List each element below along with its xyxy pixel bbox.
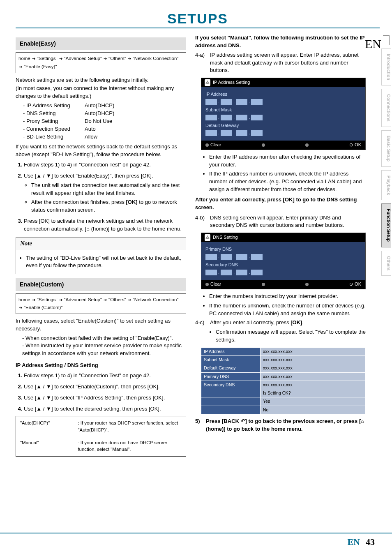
crumb-item: "Advanced Setup": [64, 56, 102, 61]
crumb-item: "Enable (Easy)": [24, 64, 57, 69]
row-empty: [201, 406, 261, 414]
tab-basic-setup[interactable]: Basic Setup: [381, 130, 391, 167]
right-column: If you select "Manual", follow the follo…: [195, 34, 380, 460]
ip-bullet-1: Enter the IP address number after checki…: [209, 153, 366, 169]
step-2-bullet: The unit will start the connection test …: [31, 182, 186, 197]
row-gw: Default Gateway: [201, 364, 261, 372]
enable-easy-breadcrumb: home "Settings" "Advanced Setup" "Others…: [16, 52, 186, 73]
clear-label: Clear: [210, 281, 221, 288]
page-footer: EN 43: [0, 533, 392, 547]
tab-function-setup[interactable]: Function Setup: [381, 203, 391, 247]
arrow-icon: [127, 55, 131, 62]
clear-label: Clear: [210, 142, 221, 148]
tab-playback[interactable]: Playback: [381, 170, 391, 201]
crumb-item: "Advanced Setup": [64, 297, 102, 302]
step-4b-num: 4-b): [195, 214, 208, 230]
crumb-item: "Network Connection": [133, 297, 179, 302]
step-4c-text: After you enter all correctly, press [OK…: [210, 319, 304, 327]
row-yes: Yes: [261, 397, 366, 406]
case-2: When instructed by your Internet service…: [22, 342, 186, 358]
note-heading: Note: [16, 238, 186, 250]
after-ip-text: After you enter all correctly, press [OK…: [195, 196, 366, 212]
row-pdns: Primary DNS: [201, 372, 261, 381]
default-gateway-label: Default Gateway: [205, 122, 361, 129]
ip-bullets: Enter the IP address number after checki…: [209, 153, 366, 194]
reset-intro: If you want to set the network settings …: [16, 143, 186, 159]
defaults-list: - IP Address SettingAuto(DHCP) - DNS Set…: [16, 102, 186, 141]
custom-cases: When connection test failed with the set…: [22, 335, 186, 358]
arrow-icon: [59, 55, 63, 62]
panel-title: IP Address Setting: [213, 79, 250, 86]
cstep-1: Follow steps 1) to 4) in "Connection Tes…: [24, 372, 186, 380]
custom-intro: In following cases, select "Enable(Custo…: [16, 317, 186, 333]
crumb-item: "Settings": [37, 55, 58, 62]
arrow-icon: [103, 55, 107, 62]
cstep-4: Use [▲ / ▼] to select the desired settin…: [24, 405, 186, 413]
confirm-table: IP Addressxxx.xxx.xxx.xxx Subnet Maskxxx…: [201, 347, 366, 414]
crumb-item: "Others": [108, 296, 126, 303]
dot-icon: [205, 143, 209, 147]
ip-address-label: IP Address: [205, 91, 361, 98]
note-text: The setting of "BD-Live Setting" will no…: [26, 254, 182, 270]
opt-manual-label: "Manual": [17, 437, 74, 455]
side-tabs: Introduction Connections Basic Setup Pla…: [380, 35, 392, 554]
opt-auto-desc: : If your router has DHCP server functio…: [74, 417, 185, 436]
page-title: SETUPS: [16, 11, 380, 27]
arrow-icon: [18, 63, 23, 70]
dot-icon: [262, 283, 265, 286]
tab-others[interactable]: Others: [381, 251, 391, 276]
opt-auto-label: "Auto(DHCP)": [17, 417, 74, 436]
custom-steps: Follow steps 1) to 4) in "Connection Tes…: [16, 372, 186, 413]
row-ip-val: xxx.xxx.xxx.xxx: [261, 348, 366, 356]
step-4a-num: 4-a): [195, 51, 208, 75]
row-mask-val: xxx.xxx.xxx.xxx: [261, 356, 366, 364]
manual-intro: If you select "Manual", follow the follo…: [195, 34, 366, 50]
row-sdns-val: xxx.xxx.xxx.xxx: [261, 381, 366, 389]
row-sdns: Secondary DNS: [201, 381, 261, 389]
step-1: Follow steps 1) to 4) in "Connection Tes…: [24, 161, 186, 169]
step-4b-text: DNS setting screen will appear. Enter pr…: [210, 214, 366, 230]
ip-dns-subhead: IP Address Setting / DNS Setting: [16, 362, 186, 369]
dot-icon: [205, 283, 209, 286]
dns-bullets: Enter the numbers instructed by your Int…: [209, 293, 366, 318]
opt-manual-desc: : If your router does not have DHCP serv…: [74, 437, 185, 455]
tab-introduction[interactable]: Introduction: [381, 48, 391, 85]
row-isok: Is Setting OK?: [261, 389, 366, 397]
arrow-icon: [32, 296, 36, 303]
ok-label: OK: [355, 142, 361, 148]
intro-text: (In most cases, you can connect to the I…: [16, 85, 186, 100]
arrow-icon: [103, 296, 107, 303]
arrow-icon: [32, 55, 36, 62]
enable-easy-heading: Enable(Easy): [16, 37, 186, 50]
footer-page: 43: [366, 537, 375, 547]
crumb-item: "Network Connection": [133, 56, 179, 61]
step-2: Use [▲ / ▼] to select "Enable(Easy)", th…: [24, 172, 186, 214]
step-4c-bullet: Confirmation message will appear. Select…: [216, 328, 366, 344]
dot-icon: [305, 143, 309, 147]
dns-setting-panel: DNS Setting Primary DNS ... Secondary DN…: [201, 233, 366, 289]
case-1: When connection test failed with the set…: [22, 335, 186, 342]
arrow-icon: [18, 304, 23, 311]
row-gw-val: xxx.xxx.xxx.xxx: [261, 364, 366, 372]
dns-bullet-1: Enter the numbers instructed by your Int…: [209, 293, 366, 300]
enable-custom-heading: Enable(Custom): [16, 278, 186, 291]
panel-title: DNS Setting: [213, 234, 238, 241]
dns-bullet-2: If the number is unknown, check the numb…: [209, 302, 366, 318]
ok-label: OK: [355, 281, 361, 288]
note-box: Note The setting of "BD-Live Setting" wi…: [16, 237, 186, 274]
cstep-3: Use [▲ / ▼] to select "IP Address Settin…: [24, 394, 186, 402]
cstep-2: Use [▲ / ▼] to select "Enable(Custom)", …: [24, 383, 186, 391]
footer-lang: EN: [347, 537, 360, 547]
divider: [16, 28, 380, 28]
ip-bullet-2: If the IP address number is unknown, che…: [209, 170, 366, 194]
tab-connections[interactable]: Connections: [381, 89, 391, 127]
row-mask: Subnet Mask: [201, 356, 261, 364]
arrow-icon: [127, 296, 131, 303]
easy-steps: Follow steps 1) to 4) in "Connection Tes…: [16, 161, 186, 233]
step-4c-num: 4-c): [195, 319, 208, 327]
primary-dns-label: Primary DNS: [205, 246, 361, 253]
step-4a-text: IP address setting screen will appear. E…: [210, 51, 366, 75]
step-5-num: 5): [195, 418, 203, 433]
row-empty: [201, 389, 261, 397]
step-3: Press [OK] to activate the network setti…: [24, 217, 186, 233]
